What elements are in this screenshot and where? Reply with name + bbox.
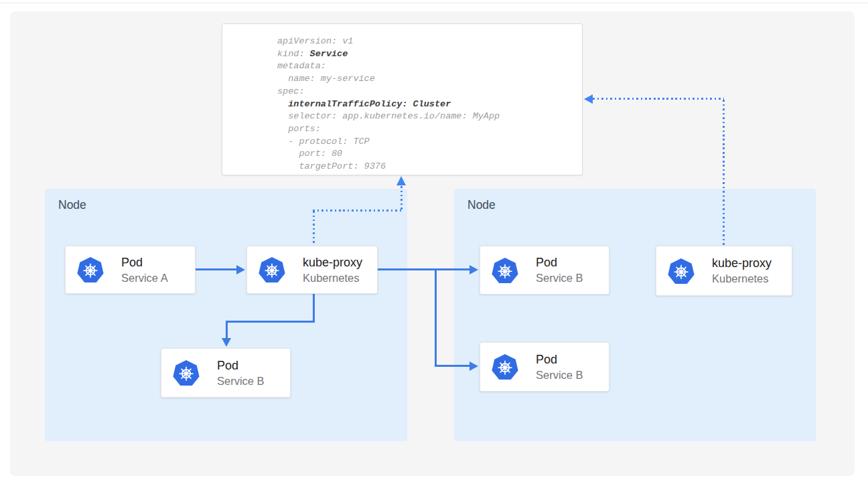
node-label: Node — [467, 198, 496, 212]
arrowhead-right-icon — [469, 361, 478, 371]
pod-service-b-card-right-bottom: Pod Service B — [480, 342, 609, 392]
top-divider — [0, 3, 868, 3]
pod-service-a-card: Pod Service A — [65, 246, 196, 294]
arrow-to-pod-b-left — [226, 321, 228, 339]
kubernetes-logo-icon — [667, 257, 695, 285]
entity-subtitle: Service B — [536, 270, 583, 286]
arrowhead-right-icon — [236, 265, 245, 274]
kubernetes-logo-icon — [491, 256, 519, 284]
dotted-arrow-kube-proxy-up — [313, 211, 315, 246]
arrow-pod-a-to-kube-proxy — [196, 268, 237, 270]
entity-title: Pod — [536, 351, 583, 368]
arrow-branch-to-pod-b-right-bottom — [435, 365, 470, 367]
entity-title: kube-proxy — [303, 254, 362, 270]
entity-title: kube-proxy — [712, 255, 772, 271]
node-container-right: Node — [454, 189, 816, 441]
arrowhead-left-icon — [584, 94, 593, 104]
arrow-kube-proxy-to-pod-b-right-top — [378, 268, 470, 270]
kubernetes-logo-icon — [76, 256, 104, 284]
entity-subtitle: Service B — [217, 374, 265, 389]
yaml-code: apiVersion: v1kind: Servicemetadata: nam… — [277, 35, 582, 173]
kube-proxy-card-left: kube-proxy Kubernetes — [246, 246, 378, 294]
entity-subtitle: Service A — [121, 270, 168, 286]
arrowhead-down-icon — [222, 338, 231, 347]
dotted-arrow-kube-proxy-right-up — [723, 100, 725, 246]
dotted-arrow-horizontal — [313, 210, 403, 212]
kubernetes-logo-icon — [172, 359, 200, 387]
kubernetes-logo-icon — [491, 353, 519, 381]
entity-subtitle: Service B — [536, 368, 583, 383]
entity-title: Pod — [536, 254, 583, 270]
kubernetes-logo-icon — [258, 256, 286, 284]
node-label: Node — [58, 198, 86, 212]
entity-subtitle: Kubernetes — [712, 271, 772, 287]
entity-title: Pod — [217, 357, 265, 374]
service-yaml-codeblock: apiVersion: v1kind: Servicemetadata: nam… — [222, 23, 583, 175]
entity-subtitle: Kubernetes — [303, 270, 362, 286]
arrowhead-up-icon — [396, 176, 406, 185]
node-container-left: Node — [45, 189, 407, 441]
diagram-canvas: apiVersion: v1kind: Servicemetadata: nam… — [0, 0, 868, 488]
dotted-arrow-to-yaml — [401, 186, 403, 211]
entity-title: Pod — [121, 254, 168, 270]
arrow-branch-vertical — [435, 268, 437, 367]
pod-service-b-card-right-top: Pod Service B — [480, 246, 609, 295]
arrow-kube-proxy-down — [313, 294, 315, 323]
arrowhead-right-icon — [469, 265, 478, 274]
kube-proxy-card-right: kube-proxy Kubernetes — [656, 246, 792, 296]
dotted-arrow-horizontal-right — [593, 98, 724, 100]
pod-service-b-card-left: Pod Service B — [161, 348, 291, 398]
arrow-kube-proxy-left — [226, 321, 315, 323]
